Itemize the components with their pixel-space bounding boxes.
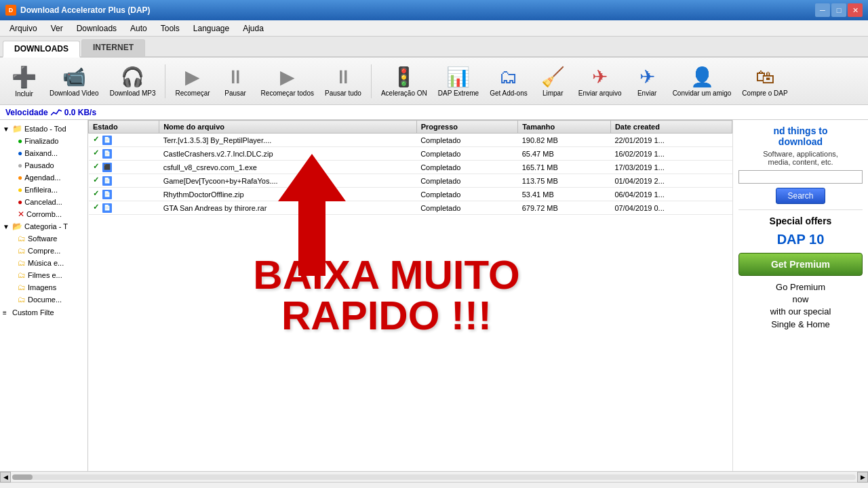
menu-auto[interactable]: Auto — [123, 22, 154, 35]
col-nome[interactable]: Nome do arquivo — [159, 121, 416, 134]
scroll-thumb[interactable] — [12, 474, 33, 480]
table-row[interactable]: ✓ 📄 RhythmDoctorOffline.zip Completado 5… — [89, 188, 732, 201]
file-list[interactable]: Estado Nome do arquivo Progresso Tamanho… — [88, 120, 732, 471]
recomecar-todos-button[interactable]: ▶ Recomeçar todos — [257, 62, 318, 101]
table-row[interactable]: ✓ 📄 Terr.[v1.3.5.3] By_ReptilPlayer.... … — [89, 134, 732, 147]
menu-ver[interactable]: Ver — [44, 22, 70, 35]
finalizado-label: Finalizado — [24, 137, 58, 145]
incluir-button[interactable]: ➕ Incluir — [5, 62, 43, 101]
row-size: 65.47 MB — [518, 147, 611, 161]
pausar-tudo-icon: ⏸ — [334, 66, 353, 88]
sidebar-item-baixando[interactable]: ● Baixand... — [0, 147, 87, 159]
estado-label: Estado - Tod — [24, 125, 66, 133]
search-button[interactable]: Search — [776, 188, 825, 204]
row-status: ✓ ⬛ — [89, 161, 159, 174]
get-addons-button[interactable]: 🗂 Get Add-ons — [486, 62, 532, 101]
finalizado-icon: ● — [18, 136, 22, 146]
video-icon: 📹 — [62, 66, 86, 88]
toolbar-separator-1 — [165, 64, 165, 98]
close-button[interactable]: ✕ — [848, 3, 863, 17]
dap-extreme-icon: 📊 — [446, 66, 470, 88]
app-icon: D — [5, 5, 16, 16]
statusbar: 6 Files - Downloaded 1.24 GB out of 1.24… — [0, 482, 868, 488]
scroll-left-button[interactable]: ◀ — [0, 472, 11, 483]
download-mp3-button[interactable]: 🎧 Download MP3 — [106, 62, 160, 101]
speed-graph-icon — [51, 108, 62, 117]
sidebar-item-musica[interactable]: 🗂 Música e... — [0, 257, 87, 269]
enviar-button[interactable]: ✈ Enviar — [629, 62, 666, 101]
pausar-button[interactable]: ⏸ Pausar — [217, 62, 254, 101]
compre-label: Compre o DAP — [742, 89, 787, 97]
scroll-right-button[interactable]: ▶ — [857, 472, 868, 483]
sidebar-item-pausado[interactable]: ● Pausado — [0, 159, 87, 171]
corromb-label: Corromb... — [26, 210, 62, 218]
sidebar-item-enfileira[interactable]: ● Enfileira... — [0, 184, 87, 196]
custom-label: Custom Filte — [12, 308, 54, 317]
dap-extreme-label: DAP Extreme — [438, 89, 479, 97]
menu-ajuda[interactable]: Ajuda — [236, 22, 271, 35]
sidebar-item-docume[interactable]: 🗂 Docume... — [0, 293, 87, 306]
get-premium-button[interactable]: Get Premium — [738, 253, 863, 276]
video-label: Download Video — [50, 89, 99, 97]
musica-label: Música e... — [28, 259, 64, 267]
col-tamanho[interactable]: Tamanho — [518, 121, 611, 134]
sidebar-item-imagens[interactable]: 🗂 Imagens — [0, 281, 87, 293]
dap-extreme-button[interactable]: 📊 DAP Extreme — [434, 62, 483, 101]
sidebar-item-agendado[interactable]: ● Agendad... — [0, 171, 87, 184]
col-date[interactable]: Date created — [610, 121, 732, 134]
compre-dap-button[interactable]: 🛍 Compre o DAP — [738, 62, 791, 101]
sidebar-item-corromb[interactable]: ✕ Corromb... — [0, 208, 87, 220]
panel-divider-1 — [738, 209, 863, 210]
toolbar-separator-2 — [371, 64, 372, 98]
downloads-table: Estado Nome do arquivo Progresso Tamanho… — [88, 120, 732, 215]
sidebar-item-software[interactable]: 🗂 Software — [0, 232, 87, 245]
row-status: ✓ 📄 — [89, 201, 159, 215]
col-progresso[interactable]: Progresso — [416, 121, 518, 134]
table-row[interactable]: ✓ 📄 GTA San Andreas by thirore.rar Compl… — [89, 201, 732, 215]
row-progress: Completado — [416, 188, 518, 201]
row-progress: Completado — [416, 161, 518, 174]
sidebar-item-categoria[interactable]: ▼ 📂 Categoria - T — [0, 220, 87, 232]
tab-internet[interactable]: INTERNET — [81, 39, 145, 56]
tab-downloads[interactable]: DOWNLOADS — [3, 41, 80, 58]
table-row[interactable]: ✓ 📄 Game[Dev[Tycoon+by+RafaYos.... Compl… — [89, 174, 732, 188]
table-row[interactable]: ✓ ⬛ csfull_v8_csrevo.com_1.exe Completad… — [89, 161, 732, 174]
convidar-button[interactable]: 👤 Convidar um amigo — [669, 62, 736, 101]
minimize-button[interactable]: ─ — [815, 3, 830, 17]
scroll-track[interactable] — [12, 474, 856, 480]
toolbar: ➕ Incluir 📹 Download Video 🎧 Download MP… — [0, 58, 868, 105]
cancelado-icon: ● — [18, 197, 22, 207]
sidebar-item-filmes[interactable]: 🗂 Filmes e... — [0, 269, 87, 281]
aceleracao-button[interactable]: 🚦 Aceleração ON — [377, 62, 431, 101]
menu-arquivo[interactable]: Arquivo — [3, 22, 44, 35]
pausar-tudo-button[interactable]: ⏸ Pausar tudo — [321, 62, 366, 101]
sidebar-item-custom[interactable]: ≡ Custom Filte — [0, 307, 87, 318]
corromb-icon: ✕ — [18, 209, 24, 219]
table-row[interactable]: ✓ 📄 CastleCrashers.v2.7.Incl.DLC.zip Com… — [89, 147, 732, 161]
menu-language[interactable]: Language — [186, 22, 236, 35]
col-estado[interactable]: Estado — [89, 121, 159, 134]
expand-icon: ▼ — [3, 223, 12, 230]
sidebar-item-finalizado[interactable]: ● Finalizado — [0, 135, 87, 147]
row-progress: Completado — [416, 147, 518, 161]
menu-tools[interactable]: Tools — [154, 22, 186, 35]
horizontal-scrollbar[interactable]: ◀ ▶ — [0, 471, 868, 482]
addons-label: Get Add-ons — [490, 89, 528, 97]
row-date: 16/02/2019 1... — [610, 147, 732, 161]
row-size: 53.41 MB — [518, 188, 611, 201]
sidebar-item-compre[interactable]: 🗂 Compre... — [0, 245, 87, 257]
row-name: RhythmDoctorOffline.zip — [159, 188, 416, 201]
menu-downloads[interactable]: Downloads — [70, 22, 123, 35]
download-video-button[interactable]: 📹 Download Video — [45, 62, 103, 101]
sidebar-item-cancelado[interactable]: ● Cancelad... — [0, 196, 87, 208]
recomecar-todos-label: Recomeçar todos — [261, 89, 314, 97]
baixando-icon: ● — [18, 148, 22, 158]
limpar-button[interactable]: 🧹 Limpar — [534, 62, 572, 101]
maximize-button[interactable]: □ — [831, 3, 846, 17]
recomecar-button[interactable]: ▶ Recomeçar — [171, 62, 214, 101]
expand-icon: ▼ — [3, 125, 12, 133]
enviar-arquivo-button[interactable]: ✈ Enviar arquivo — [574, 62, 626, 101]
sidebar-item-estado[interactable]: ▼ 📁 Estado - Tod — [0, 123, 87, 135]
enviar-icon: ✈ — [639, 66, 655, 88]
search-input[interactable] — [738, 170, 863, 184]
